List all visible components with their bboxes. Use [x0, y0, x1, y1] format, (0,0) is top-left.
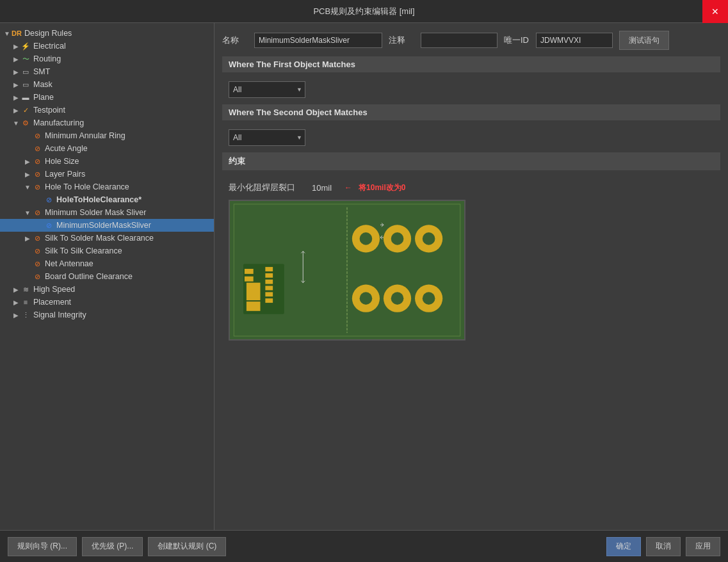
signal-icon: ⋮ [20, 310, 31, 320]
name-row: 名称 注释 唯一ID 测试语句 [222, 31, 720, 50]
svg-rect-10 [265, 292, 273, 296]
apply-button[interactable]: 应用 [686, 537, 720, 556]
design-rules-icon: DR [12, 28, 22, 38]
close-icon: ✕ [711, 6, 719, 17]
main-container: ▼ DR Design Rules ▶ ⚡ Electrical ▶ 〜 Rou… [0, 23, 728, 562]
sidebar-item-plane[interactable]: ▶ ▬ Plane [0, 91, 214, 104]
comment-input[interactable] [421, 33, 497, 48]
testpoint-icon: ✓ [20, 105, 31, 115]
bottom-bar: 规则向导 (R)... 优先级 (P)... 创建默认规则 (C) 确定 取消 … [0, 530, 728, 562]
priority-button[interactable]: 优先级 (P)... [82, 537, 143, 556]
svg-rect-8 [265, 280, 273, 284]
plane-icon: ▬ [20, 92, 31, 102]
net-antennae-icon: ⊘ [32, 259, 42, 269]
expand-icon-hole-to-hole: ▼ [23, 184, 32, 191]
create-default-rules-button[interactable]: 创建默认规则 (C) [148, 537, 226, 556]
sidebar-item-electrical[interactable]: ▶ ⚡ Electrical [0, 40, 214, 52]
name-input[interactable] [254, 33, 382, 48]
sidebar-item-routing[interactable]: ▶ 〜 Routing [0, 52, 214, 65]
expand-icon-min-solder: ▼ [23, 209, 32, 216]
acute-angle-icon: ⊘ [32, 143, 42, 154]
board-outline-icon: ⊘ [32, 271, 42, 282]
right-panel: 名称 注释 唯一ID 测试语句 Where The First Object M… [214, 23, 728, 530]
confirm-button[interactable]: 确定 [606, 537, 641, 556]
annotation-text: 将10mil改为0 [359, 182, 405, 193]
sidebar-item-hole-to-hole-rule[interactable]: ⊘ HoleToHoleClearance* [0, 193, 214, 206]
unique-id-input[interactable] [536, 33, 613, 48]
title-bar: PCB规则及约束编辑器 [mil] ✕ [0, 0, 728, 23]
layer-pairs-icon: ⊘ [32, 169, 42, 179]
expand-icon-hole-size: ▶ [23, 158, 32, 165]
silk-to-silk-icon: ⊘ [32, 246, 42, 256]
sidebar-item-design-rules[interactable]: ▼ DR Design Rules [0, 27, 214, 40]
expand-icon-placement: ▶ [12, 299, 20, 306]
sidebar-label-acute-angle: Acute Angle [45, 144, 88, 153]
sidebar-label-board-outline: Board Outline Clearance [45, 272, 133, 281]
svg-rect-4 [245, 269, 254, 274]
svg-rect-9 [265, 286, 273, 291]
expand-icon-high-speed: ▶ [12, 286, 20, 293]
svg-rect-2 [247, 283, 261, 300]
sidebar-label-h2h-rule: HoleToHoleClearance* [56, 195, 142, 204]
sidebar-item-hole-to-hole[interactable]: ▼ ⊘ Hole To Hole Clearance [0, 181, 214, 193]
sidebar-label-routing: Routing [33, 54, 61, 63]
sidebar-label-hole-size: Hole Size [45, 157, 79, 166]
sidebar-item-mask[interactable]: ▶ ▭ Mask [0, 78, 214, 91]
placement-icon: ≡ [20, 297, 31, 307]
sidebar-item-manufacturing[interactable]: ▼ ⚙ Manufacturing [0, 116, 214, 129]
sidebar-label-min-annular: Minimum Annular Ring [45, 131, 125, 140]
sidebar-item-hole-size[interactable]: ▶ ⊘ Hole Size [0, 155, 214, 168]
svg-point-22 [391, 292, 404, 305]
second-object-select[interactable]: All [229, 129, 305, 146]
sidebar-item-acute-angle[interactable]: ⊘ Acute Angle [0, 142, 214, 155]
smt-icon: ▭ [20, 67, 31, 77]
sidebar-item-min-solder-mask[interactable]: ▼ ⊘ Minimum Solder Mask Sliver [0, 206, 214, 219]
sidebar-item-board-outline[interactable]: ⊘ Board Outline Clearance [0, 270, 214, 283]
svg-rect-3 [247, 301, 261, 311]
routing-icon: 〜 [20, 54, 31, 64]
expand-icon-silk-to-solder: ▶ [23, 235, 32, 242]
svg-point-14 [360, 232, 373, 245]
sidebar-item-signal-integrity[interactable]: ▶ ⋮ Signal Integrity [0, 309, 214, 321]
test-expr-button[interactable]: 测试语句 [619, 31, 669, 50]
pcb-preview-container [229, 200, 714, 342]
silk-to-solder-icon: ⊘ [32, 233, 42, 243]
expand-icon-signal: ▶ [12, 312, 20, 319]
expand-icon-testpoint: ▶ [12, 107, 20, 114]
sidebar-label-high-speed: High Speed [33, 285, 75, 294]
min-solder-rule-icon: ⊘ [44, 220, 54, 230]
sidebar-label-smt: SMT [33, 67, 50, 76]
sidebar-item-high-speed[interactable]: ▶ ≋ High Speed [0, 283, 214, 296]
sidebar-item-min-annular[interactable]: ⊘ Minimum Annular Ring [0, 129, 214, 142]
content-area: ▼ DR Design Rules ▶ ⚡ Electrical ▶ 〜 Rou… [0, 23, 728, 530]
svg-rect-11 [265, 298, 273, 303]
sidebar-label-silk-to-silk: Silk To Silk Clearance [45, 246, 122, 255]
pcb-preview-svg [229, 200, 465, 341]
first-object-select-wrapper: All [229, 81, 305, 98]
sidebar-item-placement[interactable]: ▶ ≡ Placement [0, 296, 214, 309]
first-object-row: All [222, 77, 720, 104]
sidebar-item-silk-to-solder[interactable]: ▶ ⊘ Silk To Solder Mask Clearance [0, 232, 214, 245]
sidebar-item-testpoint[interactable]: ▶ ✓ Testpoint [0, 104, 214, 116]
unique-id-label: 唯一ID [504, 35, 530, 46]
sidebar-item-min-solder-rule[interactable]: ⊘ MinimumSolderMaskSliver [0, 219, 214, 232]
sidebar-label-min-solder-rule: MinimumSolderMaskSliver [56, 221, 151, 230]
cancel-button[interactable]: 取消 [646, 537, 681, 556]
sidebar-item-smt[interactable]: ▶ ▭ SMT [0, 65, 214, 78]
sidebar-label-min-solder: Minimum Solder Mask Sliver [45, 208, 146, 217]
hole-to-hole-icon: ⊘ [32, 182, 42, 192]
close-button[interactable]: ✕ [702, 0, 728, 23]
mask-icon: ▭ [20, 79, 31, 90]
electrical-icon: ⚡ [20, 41, 31, 51]
rule-wizard-button[interactable]: 规则向导 (R)... [8, 537, 77, 556]
sidebar-label-placement: Placement [33, 298, 71, 307]
svg-point-20 [360, 292, 373, 305]
constraint-row: 最小化阻焊层裂口 10mil ← 将10mil改为0 [222, 178, 720, 197]
sidebar-item-net-antennae[interactable]: ⊘ Net Antennae [0, 257, 214, 270]
sidebar-item-layer-pairs[interactable]: ▶ ⊘ Layer Pairs [0, 168, 214, 181]
first-object-select[interactable]: All [229, 81, 305, 98]
constraint-section: 最小化阻焊层裂口 10mil ← 将10mil改为0 [222, 178, 720, 345]
second-object-select-wrapper: All [229, 129, 305, 146]
svg-point-16 [391, 232, 404, 245]
sidebar-item-silk-to-silk[interactable]: ⊘ Silk To Silk Clearance [0, 245, 214, 257]
